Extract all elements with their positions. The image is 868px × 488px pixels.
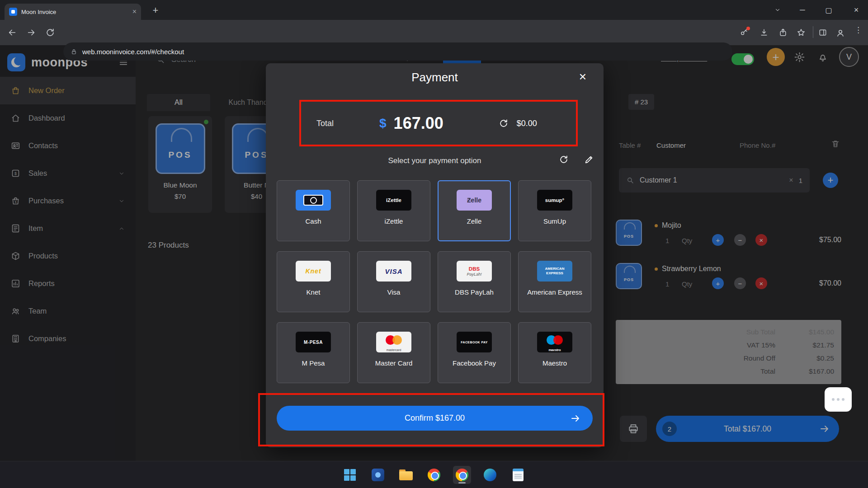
payment-option-cash[interactable]: Cash xyxy=(277,180,350,241)
payment-option-zelle[interactable]: Ƶelle Zelle xyxy=(438,180,511,241)
payment-option-visa[interactable]: VISA Visa xyxy=(357,251,430,312)
reload-button[interactable] xyxy=(45,28,55,38)
install-icon[interactable] xyxy=(760,28,769,37)
refresh-options-icon[interactable] xyxy=(559,155,569,164)
chrome-icon[interactable] xyxy=(425,466,443,484)
pinned-app-icon[interactable] xyxy=(369,466,387,484)
alert-dot xyxy=(746,27,750,30)
total-amount: 167.00 xyxy=(394,114,443,133)
izettle-icon: iZettle xyxy=(376,190,411,211)
new-tab-button[interactable]: + xyxy=(149,5,162,17)
window-minimize-button[interactable]: ─ xyxy=(792,0,813,20)
payment-option-american-express[interactable]: AMERICAN EXPRESS American Express xyxy=(518,251,591,312)
toolbar-divider xyxy=(813,26,813,38)
payment-option-maestro[interactable]: maestro Maestro xyxy=(518,322,591,383)
currency-symbol: $ xyxy=(379,116,387,131)
browser-toolbar: web.mooninvoice.com/#/checkout xyxy=(0,20,868,45)
zelle-icon: Ƶelle xyxy=(457,190,492,211)
payment-option-facebook-pay[interactable]: FACEBOOK PAY Facebook Pay xyxy=(438,322,511,383)
mastercard-icon: mastercard xyxy=(376,332,411,352)
taskbar: ENG IN 09:04 29-06-2023 1 xyxy=(0,461,868,488)
select-option-text: Select your payment option xyxy=(266,156,604,165)
visa-icon: VISA xyxy=(376,261,411,282)
chat-bubble-icon[interactable] xyxy=(825,387,852,412)
payment-modal: Payment × Total $ 167.00 $0.00 Select yo… xyxy=(266,63,604,447)
confirm-button[interactable]: Confirm $167.00 xyxy=(277,406,593,431)
total-label: Total xyxy=(316,119,334,128)
refresh-amount-icon[interactable] xyxy=(499,118,509,128)
browser-menu-icon[interactable]: ⋮ xyxy=(854,25,862,35)
window-maximize-button[interactable]: ▢ xyxy=(818,0,839,20)
side-panel-icon[interactable] xyxy=(818,28,827,37)
payment-option-izettle[interactable]: iZettle iZettle xyxy=(357,180,430,241)
payment-option-master-card[interactable]: mastercard Master Card xyxy=(357,322,430,383)
edit-pencil-icon[interactable] xyxy=(584,155,594,164)
forward-button[interactable] xyxy=(26,28,36,38)
sumup-icon: sumup° xyxy=(537,190,572,211)
tab-close-icon[interactable]: × xyxy=(132,8,137,16)
payment-total-row: Total $ 167.00 $0.00 xyxy=(316,111,585,136)
cash-icon xyxy=(296,190,331,211)
window-close-button[interactable]: × xyxy=(844,0,868,20)
change-amount: $0.00 xyxy=(517,119,537,128)
share-icon[interactable] xyxy=(778,28,788,37)
edge-icon[interactable] xyxy=(481,466,499,484)
password-alert-icon[interactable] xyxy=(740,28,749,37)
knet-icon: Knet xyxy=(296,261,331,282)
address-bar[interactable]: web.mooninvoice.com/#/checkout xyxy=(63,42,732,61)
chrome-active-icon[interactable] xyxy=(453,466,471,484)
m-pesa-icon: M-PESA xyxy=(296,332,331,352)
payment-option-dbs-paylah[interactable]: DBSPayLah! DBS PayLah xyxy=(438,251,511,312)
payment-option-sumup[interactable]: sumup° SumUp xyxy=(518,180,591,241)
modal-close-icon[interactable]: × xyxy=(579,70,586,83)
lock-icon xyxy=(71,48,77,55)
screen: Moon Invoice × + ─ ▢ × web.mooninvoice.c… xyxy=(0,0,868,488)
url-text: web.mooninvoice.com/#/checkout xyxy=(82,48,184,56)
profile-icon[interactable] xyxy=(835,28,845,38)
tab-search-chevron-icon[interactable] xyxy=(769,0,787,20)
maestro-icon: maestro xyxy=(537,332,572,352)
facebook-pay-icon: FACEBOOK PAY xyxy=(457,332,492,352)
modal-title: Payment xyxy=(266,70,604,84)
dbs-paylah-icon: DBSPayLah! xyxy=(457,261,492,282)
american-express-icon: AMERICAN EXPRESS xyxy=(537,261,572,282)
payment-option-knet[interactable]: Knet Knet xyxy=(277,251,350,312)
payment-option-m-pesa[interactable]: M-PESA M Pesa xyxy=(277,322,350,383)
browser-tabstrip: Moon Invoice × + ─ ▢ × xyxy=(0,0,868,20)
arrow-right-icon xyxy=(570,413,581,424)
file-explorer-icon[interactable] xyxy=(397,466,415,484)
notepad-icon[interactable] xyxy=(509,466,527,484)
browser-tab[interactable]: Moon Invoice × xyxy=(5,4,141,20)
back-button[interactable] xyxy=(7,28,17,38)
payment-options-grid: Cash iZettle iZettle Ƶelle Zelle sumup° … xyxy=(277,180,591,383)
start-button-icon[interactable] xyxy=(341,466,359,484)
site-favicon-icon xyxy=(9,8,17,16)
bookmark-star-icon[interactable] xyxy=(797,28,806,37)
tab-title: Moon Invoice xyxy=(21,9,128,15)
